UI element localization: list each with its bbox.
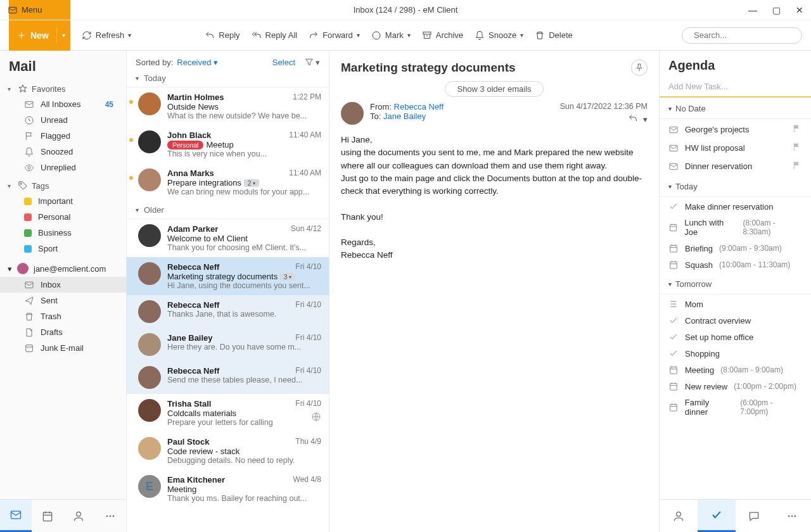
flag-icon <box>792 124 802 136</box>
favorite-item[interactable]: Snoozed <box>0 144 126 160</box>
folder-item[interactable]: Sent <box>0 293 126 308</box>
message-item[interactable]: Trisha StallFri 4/10Coldcalls materialsP… <box>127 394 329 432</box>
agenda-nav-tasks[interactable] <box>698 500 736 532</box>
agenda-item[interactable]: Shopping <box>660 345 811 362</box>
message-subject: PersonalMeetup <box>167 140 321 149</box>
agenda-item[interactable]: Dinner reservation <box>660 157 811 175</box>
favorite-item[interactable]: All Inboxes45 <box>0 96 126 112</box>
snooze-button[interactable]: Snooze <box>475 30 523 41</box>
tag-item[interactable]: Important <box>0 193 126 209</box>
search-box[interactable] <box>682 27 802 44</box>
reply-all-button[interactable]: Reply All <box>252 30 298 41</box>
mail-icon <box>668 162 679 172</box>
to-label: To: <box>370 111 381 121</box>
reply-button[interactable]: Reply <box>205 30 239 41</box>
new-dropdown[interactable]: ▾ <box>56 28 70 42</box>
agenda-item[interactable]: Contract overview <box>660 312 811 329</box>
folder-item[interactable]: Junk E-mail <box>0 340 126 356</box>
chevron-down-icon <box>668 281 672 288</box>
message-item[interactable]: Rebecca NeffFri 4/10Send me these tables… <box>127 361 329 394</box>
agenda-item[interactable]: Lunch with Joe(8:00am - 8:30am) <box>660 215 811 240</box>
nav-calendar[interactable] <box>32 500 63 532</box>
agenda-item[interactable]: Briefing(9:00am - 9:30am) <box>660 240 811 256</box>
message-item[interactable]: Anna Marks11:40 AMPrepare integrations 2… <box>127 163 329 201</box>
reply-quick-button[interactable] <box>628 113 638 125</box>
message-item[interactable]: Rebecca NeffFri 4/10Thanks Jane, that is… <box>127 295 329 328</box>
folder-item[interactable]: Drafts <box>0 324 126 340</box>
minimize-button[interactable]: — <box>748 5 757 15</box>
message-item[interactable]: Martin Holmes1:22 PMOutside NewsWhat is … <box>127 87 329 125</box>
agenda-nav-more[interactable] <box>773 500 811 532</box>
delete-button[interactable]: Delete <box>535 30 573 41</box>
folder-item[interactable]: Inbox <box>0 277 126 293</box>
agenda-item[interactable]: George's projects <box>660 120 811 139</box>
agenda-section-nodate[interactable]: No Date <box>660 98 811 117</box>
filter-button[interactable] <box>304 57 320 67</box>
agenda-section-today[interactable]: Today <box>660 175 811 195</box>
message-item[interactable]: Paul StockThu 4/9Code review - stackDebu… <box>127 432 329 470</box>
message-preview: What is the new outside? We have be... <box>167 111 321 120</box>
agenda-item[interactable]: Squash(10:00am - 11:30am) <box>660 256 811 273</box>
badge-count: 45 <box>105 100 113 109</box>
nav-more[interactable] <box>94 500 126 532</box>
plus-icon <box>16 30 27 41</box>
agenda-nav-contacts[interactable] <box>660 500 698 532</box>
check-icon <box>668 332 679 342</box>
message-body: Hi Jane, using the documents you sent to… <box>341 134 648 262</box>
cal-icon <box>668 260 679 270</box>
folder-item[interactable]: Trash <box>0 308 126 324</box>
show-older-button[interactable]: Show 3 older emails <box>445 81 543 97</box>
agenda-item[interactable]: Family dinner(6:00pm - 7:00pm) <box>660 395 811 420</box>
archive-button[interactable]: Archive <box>422 30 463 41</box>
close-button[interactable]: ✕ <box>796 5 803 15</box>
refresh-icon <box>82 30 92 41</box>
pin-button[interactable] <box>631 60 648 76</box>
favorite-item[interactable]: Unreplied <box>0 160 126 175</box>
search-input[interactable] <box>694 30 800 40</box>
select-button[interactable]: Select <box>272 58 295 67</box>
agenda-section-tomorrow[interactable]: Tomorrow <box>660 273 811 293</box>
agenda-item[interactable]: New review(1:00pm - 2:00pm) <box>660 378 811 395</box>
message-item[interactable]: Jane BaileyFri 4/10Here they are. Do you… <box>127 328 329 361</box>
agenda-item[interactable]: HW list proposal <box>660 139 811 157</box>
calendar-icon <box>41 510 54 522</box>
avatar <box>138 262 161 285</box>
agenda-nav-chat[interactable] <box>736 500 774 532</box>
sorted-by-value[interactable]: Received <box>177 58 218 67</box>
add-task-input[interactable]: Add New Task... <box>660 78 811 98</box>
maximize-button[interactable]: ▢ <box>772 5 781 15</box>
from-name[interactable]: Rebecca Neff <box>394 102 444 111</box>
inbox-icon <box>24 99 34 110</box>
agenda-time: (6:00pm - 7:00pm) <box>740 398 802 416</box>
message-item[interactable]: Adam ParkerSun 4/12Welcome to eM ClientT… <box>127 219 329 257</box>
message-item[interactable]: John Black11:40 AMPersonalMeetupThis is … <box>127 125 329 163</box>
group-header[interactable]: Older <box>127 201 329 219</box>
nav-mail[interactable] <box>0 500 32 532</box>
favorites-section[interactable]: Favorites <box>0 79 126 96</box>
menu-button[interactable]: Menu <box>8 5 42 15</box>
tag-item[interactable]: Personal <box>0 209 126 225</box>
bell-icon <box>24 147 34 157</box>
tags-section[interactable]: Tags <box>0 175 126 193</box>
reply-dropdown[interactable] <box>643 115 648 124</box>
favorite-item[interactable]: Flagged <box>0 128 126 144</box>
agenda-item[interactable]: Mom <box>660 296 811 312</box>
message-item[interactable]: Rebecca NeffFri 4/10Marketing strategy d… <box>127 257 329 295</box>
to-name[interactable]: Jane Bailey <box>383 111 426 121</box>
account-section[interactable]: jane@emclient.com <box>0 256 126 277</box>
refresh-button[interactable]: Refresh <box>82 30 132 41</box>
mark-button[interactable]: Mark <box>371 30 411 41</box>
nav-contacts[interactable] <box>63 500 95 532</box>
agenda-label: HW list proposal <box>685 143 745 153</box>
group-header[interactable]: Today <box>127 70 329 87</box>
forward-button[interactable]: Forward <box>309 30 360 41</box>
message-item[interactable]: EEma KitchenerWed 4/8MeetingThank you ms… <box>127 470 329 508</box>
agenda-item[interactable]: Meeting(8:00am - 9:00am) <box>660 362 811 378</box>
tag-item[interactable]: Business <box>0 225 126 241</box>
avatar <box>138 130 161 153</box>
tag-icon <box>18 180 28 191</box>
agenda-item[interactable]: Make dinner reservation <box>660 198 811 215</box>
favorite-item[interactable]: Unread <box>0 112 126 128</box>
agenda-item[interactable]: Set up home office <box>660 329 811 345</box>
tag-item[interactable]: Sport <box>0 241 126 256</box>
